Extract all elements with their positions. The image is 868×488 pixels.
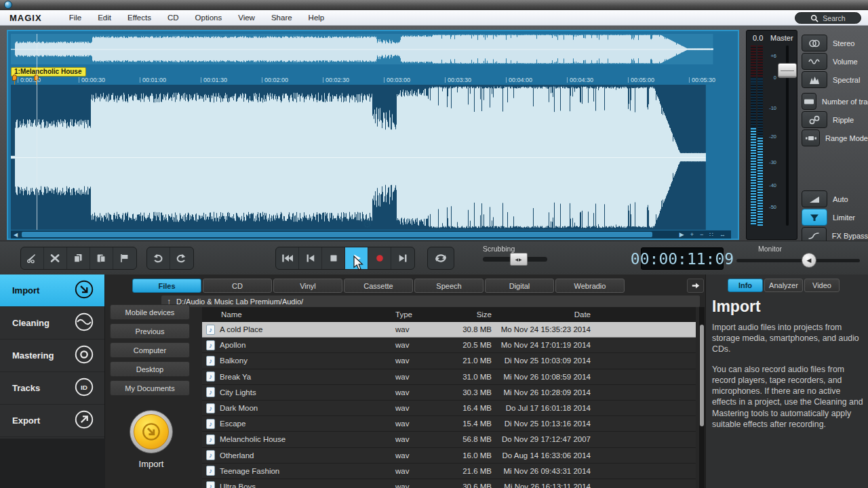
table-row[interactable]: ♪Ultra Boyswav30.6 MBMi Nov 26 16:13:11 … — [202, 479, 696, 488]
wave-editor-panel[interactable]: 1:Melancholic House 0:00:0000:00:3000:01… — [7, 30, 739, 240]
marker-button[interactable] — [113, 247, 136, 269]
monitor-knob[interactable]: ◀ — [802, 253, 816, 268]
menu-cd[interactable]: CD — [159, 12, 187, 24]
table-row[interactable]: ♪A cold Placewav30.8 MBMo Nov 24 15:35:2… — [202, 322, 696, 338]
table-row[interactable]: ♪Balkonywav21.0 MBDi Nov 25 10:03:09 201… — [202, 353, 696, 369]
waveform-main[interactable] — [11, 85, 731, 230]
scroll-left-icon[interactable]: ◀ — [11, 232, 20, 238]
column-header-type[interactable]: Type — [392, 310, 426, 319]
timeline-tick: 00:04:30 — [570, 77, 593, 83]
record-button[interactable] — [368, 247, 391, 269]
zoom-out-icon[interactable]: − — [700, 231, 703, 238]
stereo-button[interactable] — [802, 35, 827, 52]
file-date: Mo Nov 24 15:35:23 2014 — [493, 325, 592, 333]
table-row[interactable]: ♪Teenage Fashionwav21.6 MBMi Nov 26 09:4… — [202, 464, 696, 479]
column-header-size[interactable]: Size — [426, 310, 493, 319]
spectral-button[interactable] — [802, 71, 827, 88]
quick-access-desktop[interactable]: Desktop — [110, 361, 190, 377]
tab-overflow-button[interactable] — [687, 279, 704, 293]
table-scrollbar-thumb[interactable] — [700, 325, 704, 426]
range-mode-button[interactable] — [802, 129, 820, 146]
quick-access-computer[interactable]: Computer — [110, 342, 190, 358]
timeline-tick: 00:00:30 — [81, 77, 105, 83]
column-header-date[interactable]: Date — [493, 310, 592, 319]
tab-webradio[interactable]: Webradio — [555, 279, 625, 293]
monitor-slider[interactable]: ◀ — [736, 259, 860, 262]
timeline-ruler[interactable]: 0:00:0000:00:3000:01:0000:01:3000:02:000… — [11, 76, 731, 85]
quick-access-previous[interactable]: Previous — [110, 323, 190, 339]
sidebar-item-export[interactable]: Export — [0, 405, 104, 437]
scrollbar-thumb[interactable] — [22, 232, 652, 237]
horizontal-scrollbar[interactable]: ◀ ▶ + − ∷ ↔ — [11, 230, 731, 239]
import-button[interactable] — [130, 410, 173, 453]
tab-files[interactable]: Files — [132, 279, 201, 293]
audio-file-icon: ♪ — [206, 340, 215, 350]
sidebar-item-mastering[interactable]: Mastering — [0, 340, 104, 372]
scroll-right-icon[interactable]: ▶ — [679, 231, 684, 238]
table-row[interactable]: ♪Escapewav15.4 MBDi Nov 25 10:13:16 2014 — [202, 416, 696, 432]
previous-button[interactable] — [299, 247, 322, 269]
zoom-range-icon[interactable]: ↔ — [719, 231, 726, 238]
stop-button[interactable] — [322, 247, 345, 269]
menu-view[interactable]: View — [230, 12, 263, 24]
number-of-tracks-button[interactable] — [802, 93, 816, 110]
limiter-button[interactable] — [802, 209, 827, 226]
info-tab-analyzer[interactable]: Analyzer — [764, 279, 803, 292]
timeline-marker[interactable] — [12, 75, 17, 81]
menu-file[interactable]: File — [61, 12, 90, 24]
redo-button[interactable] — [170, 247, 193, 269]
search-input[interactable]: Search — [795, 12, 861, 24]
menu-options[interactable]: Options — [187, 12, 231, 24]
tab-cd[interactable]: CD — [203, 279, 272, 293]
table-row[interactable]: ♪Dark Moonwav16.4 MBDo Jul 17 16:01:18 2… — [202, 401, 696, 416]
master-fader-knob[interactable] — [778, 63, 797, 78]
undo-button[interactable] — [147, 247, 170, 269]
file-browser: FilesCDVinylCassetteSpeechDigitalWebradi… — [105, 274, 705, 488]
paste-button[interactable] — [90, 247, 113, 269]
quick-access-mobile-devices[interactable]: Mobile devices — [110, 304, 190, 320]
master-meter-panel: 0.0 Master +60-10-20-30-40-50 — [746, 30, 797, 240]
sidebar-item-cleaning[interactable]: Cleaning — [0, 307, 104, 340]
delete-button[interactable] — [44, 247, 67, 269]
zoom-fit-icon[interactable]: ∷ — [709, 231, 713, 238]
copy-button[interactable] — [67, 247, 90, 269]
scrubbing-knob[interactable]: ◀▶ — [510, 253, 528, 266]
skip-to-start-button[interactable] — [276, 247, 299, 269]
table-header[interactable]: NameTypeSizeDate — [202, 307, 696, 322]
waveform-overview[interactable] — [11, 34, 731, 64]
file-date: Mi Nov 26 10:28:09 2014 — [493, 388, 592, 396]
next-button[interactable] — [391, 247, 414, 269]
menu-share[interactable]: Share — [263, 12, 300, 24]
cut-button[interactable] — [21, 247, 44, 269]
ripple-button[interactable] — [802, 111, 827, 128]
info-tab-info[interactable]: Info — [728, 279, 763, 292]
audio-file-icon: ♪ — [206, 481, 215, 488]
tab-cassette[interactable]: Cassette — [344, 279, 413, 293]
auto-button[interactable] — [802, 190, 827, 207]
meter-scale-label: -30 — [769, 159, 776, 165]
table-scrollbar[interactable] — [699, 307, 705, 488]
tab-speech[interactable]: Speech — [414, 279, 484, 293]
sidebar-item-import[interactable]: Import — [0, 274, 104, 307]
menu-effects[interactable]: Effects — [119, 12, 159, 24]
gear-icon[interactable]: ⚙ — [363, 218, 372, 230]
table-row[interactable]: ♪Break Yawav31.0 MBMi Nov 26 10:08:59 20… — [202, 369, 696, 385]
column-header-name[interactable]: Name — [220, 310, 392, 319]
path-bar[interactable]: ↑ D:/Audio & Music Lab Premium/Audio/ — [161, 296, 700, 307]
table-row[interactable]: ♪Apollonwav20.5 MBMo Nov 24 17:01:19 201… — [202, 338, 696, 353]
table-row[interactable]: ♪Otherlandwav16.0 MBDo Aug 14 16:33:06 2… — [202, 448, 696, 464]
menu-help[interactable]: Help — [300, 12, 333, 24]
volume-button[interactable] — [802, 53, 827, 70]
sidebar-item-tracks[interactable]: TracksID — [0, 372, 104, 405]
track-name-tag[interactable]: 1:Melancholic House — [11, 67, 86, 77]
loop-button[interactable] — [427, 247, 454, 270]
table-row[interactable]: ♪City Lightswav30.3 MBMi Nov 26 10:28:09… — [202, 385, 696, 401]
scrubbing-slider[interactable]: ◀▶ — [483, 257, 547, 262]
table-row[interactable]: ♪Melancholic Housewav56.8 MBDo Nov 29 17… — [202, 432, 696, 447]
tab-digital[interactable]: Digital — [485, 279, 554, 293]
menu-edit[interactable]: Edit — [90, 12, 119, 24]
quick-access-my-documents[interactable]: My Documents — [110, 380, 190, 396]
zoom-in-icon[interactable]: + — [690, 231, 694, 238]
tab-vinyl[interactable]: Vinyl — [273, 279, 342, 293]
info-tab-video[interactable]: Video — [804, 279, 840, 292]
